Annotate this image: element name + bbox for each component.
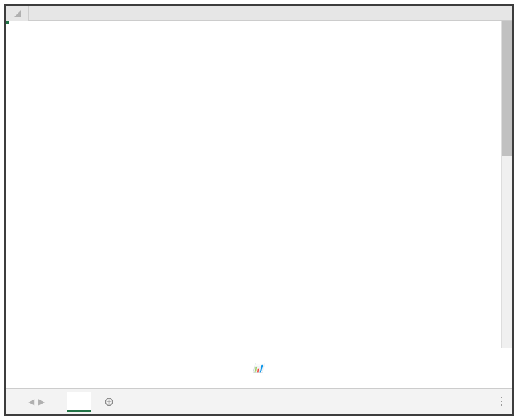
sheet-tab-bar: ◀ ▶ ⊕ ⋮ (6, 388, 512, 414)
tab-nav-prev-icon[interactable]: ◀ (28, 397, 34, 406)
select-all-corner[interactable] (6, 6, 29, 21)
column-headers (6, 6, 512, 21)
new-sheet-button[interactable]: ⊕ (97, 390, 121, 414)
kebab-icon: ⋮ (496, 396, 507, 407)
tab-nav-next-icon[interactable]: ▶ (38, 397, 45, 406)
app-frame: 📊 ◀ ▶ ⊕ ⋮ (4, 4, 514, 416)
tab-nav-controls: ◀ ▶ (6, 397, 67, 406)
vertical-scrollbar[interactable] (501, 21, 512, 348)
spreadsheet-grid (6, 6, 512, 374)
scrollbar-thumb[interactable] (502, 21, 512, 156)
active-cell-indicator (6, 21, 9, 24)
sheet-tab-active[interactable] (67, 392, 91, 412)
tab-options-button[interactable]: ⋮ (492, 395, 512, 408)
plus-icon: ⊕ (104, 394, 114, 409)
